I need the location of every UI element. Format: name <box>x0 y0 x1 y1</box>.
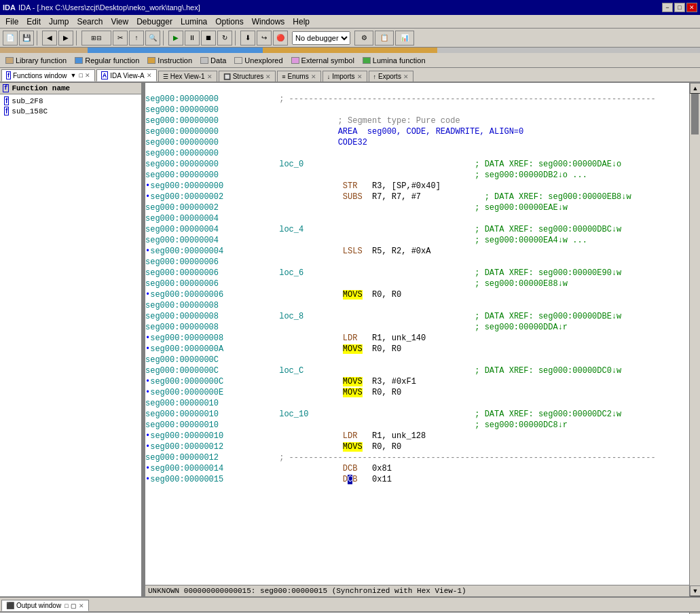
output-tab-bar: ⬛ Output window □ ▢ ✕ <box>0 598 700 613</box>
debugger-select[interactable]: No debugger <box>292 31 350 45</box>
code-line-loc0b: seg000:00000000 ; seg000:00000DB2↓o ... <box>145 170 587 180</box>
tab-structures[interactable]: 🔲 Structures ✕ <box>219 71 276 82</box>
tb-btn2[interactable]: ✂ <box>113 31 128 46</box>
tab-hex-close[interactable]: ✕ <box>207 73 213 80</box>
titlebar-left: IDA IDA - [.hex C:\Users\zcjt\Desktop\ne… <box>3 3 200 12</box>
menu-debugger[interactable]: Debugger <box>132 16 177 28</box>
code-line-movs2: •seg000:0000000A MOVS R0, R0 <box>145 344 401 354</box>
tab-functions-label: Functions window <box>13 72 67 79</box>
ida-view-icon: A <box>101 71 109 79</box>
tab-output-close[interactable]: ✕ <box>79 602 84 609</box>
tab-ida-view[interactable]: A IDA View-A ✕ <box>96 69 157 82</box>
tab-imports-label: Imports <box>332 73 354 80</box>
tb-dbg-btn2[interactable]: 📋 <box>375 31 394 46</box>
titlebar-controls: − □ ✕ <box>662 3 697 12</box>
enums-icon: ≡ <box>282 73 285 80</box>
structures-icon: 🔲 <box>223 73 231 80</box>
minimize-button[interactable]: − <box>662 3 673 12</box>
tb-save[interactable]: 💾 <box>19 31 34 46</box>
legend-data: Data <box>200 56 226 65</box>
tab-enums[interactable]: ≡ Enums ✕ <box>277 71 320 82</box>
func-name-1: sub_2F8 <box>12 97 43 105</box>
code-line-loc0: seg000:00000000 loc_0 ; DATA XREF: seg00… <box>145 160 621 169</box>
code-line-dcb1: •seg000:00000014 DCB 0x81 <box>145 464 392 473</box>
scroll-up-btn[interactable]: ▲ <box>690 83 700 94</box>
scroll-thumb[interactable] <box>691 94 699 134</box>
tab-functions-menu[interactable]: ▼ <box>70 72 76 79</box>
legend-instruction: Instruction <box>147 56 192 65</box>
tab-functions-window[interactable]: f Functions window ▼ □ ✕ <box>1 69 95 82</box>
main-tab-bar: f Functions window ▼ □ ✕ A IDA View-A ✕ … <box>0 68 700 83</box>
sidebar-item-sub2f8[interactable]: f sub_2F8 <box>1 96 140 106</box>
tb-step[interactable]: ⬇ <box>240 31 255 46</box>
close-button[interactable]: ✕ <box>686 3 697 12</box>
tb-dbg-btn3[interactable]: 📊 <box>395 31 414 46</box>
menu-windows[interactable]: Windows <box>248 16 289 28</box>
hex-view-icon: ☰ <box>163 73 168 80</box>
output-float-btn[interactable]: □ <box>65 602 68 609</box>
code-line-blank6: seg000:0000000C <box>145 355 274 365</box>
sidebar-item-sub158c[interactable]: f sub_158C <box>1 106 140 116</box>
tb-sep3 <box>163 31 166 46</box>
tab-structures-label: Structures <box>233 73 264 80</box>
tab-exports[interactable]: ↑ Exports ✕ <box>369 71 413 82</box>
tb-btn1[interactable]: ⊞⊟ <box>81 31 111 46</box>
tb-sep1 <box>37 31 39 46</box>
maximize-button[interactable]: □ <box>674 3 685 12</box>
menu-help[interactable]: Help <box>289 16 314 28</box>
colorbar <box>0 48 700 53</box>
cb-data <box>437 48 700 53</box>
tb-new[interactable]: 📄 <box>3 31 18 46</box>
code-line-area: seg000:00000000 AREA seg000, CODE, READW… <box>145 127 523 137</box>
tb-dbg-btn1[interactable]: ⚙ <box>354 31 373 46</box>
tb-run[interactable]: ▶ <box>168 31 183 46</box>
tb-pause[interactable]: ⏸ <box>185 31 200 46</box>
menu-file[interactable]: File <box>1 16 22 28</box>
code-line-ldr1: •seg000:00000008 LDR R1, unk_140 <box>145 333 426 343</box>
menu-view[interactable]: View <box>107 16 132 28</box>
menu-options[interactable]: Options <box>211 16 247 28</box>
legend-instruction-label: Instruction <box>158 56 192 65</box>
legend-regular-color <box>75 57 83 64</box>
tab-functions-float[interactable]: □ <box>79 72 82 79</box>
tb-sep4 <box>235 31 238 46</box>
tb-fwd[interactable]: ▶ <box>58 31 73 46</box>
code-content[interactable]: seg000:00000000 ; ----------------------… <box>145 83 689 585</box>
code-line-loc8: seg000:00000008 loc_8 ; DATA XREF: seg00… <box>145 312 621 321</box>
menu-lumina[interactable]: Lumina <box>177 16 211 28</box>
menu-jump[interactable]: Jump <box>45 16 73 28</box>
code-view[interactable]: seg000:00000000 ; ----------------------… <box>145 83 689 596</box>
tab-imports[interactable]: ↓ Imports ✕ <box>323 71 367 82</box>
tab-output-window[interactable]: ⬛ Output window □ ▢ ✕ <box>1 600 89 611</box>
cb-library <box>0 48 88 53</box>
legend-instruction-color <box>147 57 155 64</box>
tab-ida-view-close[interactable]: ✕ <box>147 72 152 79</box>
menu-search[interactable]: Search <box>73 16 107 28</box>
sidebar-content[interactable]: f sub_2F8 f sub_158C <box>0 94 141 596</box>
cb-instruction <box>263 48 438 53</box>
sidebar-title: Function name <box>12 84 70 92</box>
scroll-down-btn[interactable]: ▼ <box>690 585 700 596</box>
tab-exports-close[interactable]: ✕ <box>403 73 409 80</box>
tb-back[interactable]: ◀ <box>42 31 57 46</box>
vertical-scrollbar[interactable]: ▲ ▼ <box>689 83 700 596</box>
tb-btn4[interactable]: 🔍 <box>145 31 160 46</box>
tab-functions-close[interactable]: ✕ <box>85 72 90 79</box>
tb-step3[interactable]: 🔴 <box>273 31 288 46</box>
tb-step2[interactable]: ↪ <box>257 31 272 46</box>
tb-stop[interactable]: ⏹ <box>201 31 216 46</box>
output-window: ⬛ Output window □ ▢ ✕ Python 2.7.13 (v2.… <box>0 596 700 614</box>
sidebar-header: f Function name <box>0 83 141 94</box>
sidebar-func-icon: f <box>3 84 9 92</box>
code-line-loc4b: seg000:00000004 ; seg000:00000EA4↓w ... <box>145 236 587 245</box>
tab-imports-close[interactable]: ✕ <box>357 73 363 80</box>
tb-btn3[interactable]: ↑ <box>129 31 144 46</box>
output-max-btn[interactable]: ▢ <box>71 602 77 609</box>
func-name-2: sub_158C <box>12 107 48 115</box>
tab-enums-close[interactable]: ✕ <box>311 73 316 80</box>
menu-edit[interactable]: Edit <box>22 16 45 28</box>
tb-btn5[interactable]: ↻ <box>217 31 232 46</box>
tab-hex-view[interactable]: ☰ Hex View-1 ✕ <box>158 71 217 82</box>
code-line-segtype: seg000:00000000 ; Segment type: Pure cod… <box>145 116 460 126</box>
tab-structures-close[interactable]: ✕ <box>265 73 271 80</box>
